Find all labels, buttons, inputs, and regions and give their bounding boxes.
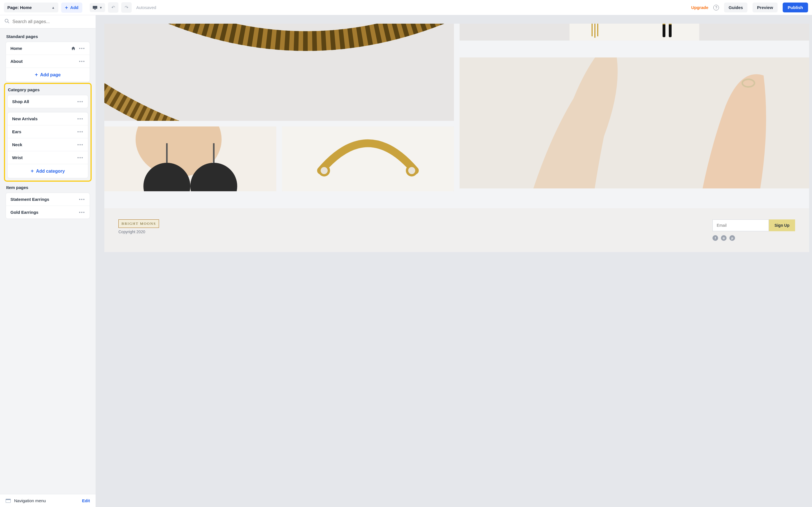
search-input[interactable]	[12, 19, 91, 24]
more-icon[interactable]: •••	[77, 116, 84, 121]
svg-point-2	[5, 19, 8, 22]
redo-icon: ↷	[124, 5, 128, 10]
svg-point-15	[319, 166, 329, 175]
home-icon	[71, 46, 75, 51]
category-row-label: New Arrivals	[12, 116, 38, 121]
category-row-neck[interactable]: Neck •••	[8, 138, 88, 151]
svg-rect-18	[663, 24, 665, 37]
plus-icon: +	[65, 5, 68, 10]
product-image-hands-bracelet	[460, 57, 809, 188]
more-icon[interactable]: •••	[79, 210, 85, 215]
add-page-label: Add page	[40, 72, 61, 77]
upgrade-link[interactable]: Upgrade	[691, 5, 708, 10]
product-image-necklace-chain	[104, 24, 454, 121]
more-icon[interactable]: •••	[77, 99, 84, 104]
copyright-text: Copyright 2020	[118, 230, 159, 234]
search-icon	[4, 18, 10, 25]
category-card-shopall: Shop All •••	[7, 95, 88, 108]
email-field[interactable]	[712, 219, 769, 231]
more-icon[interactable]: •••	[77, 129, 84, 134]
category-row-label: Ears	[12, 129, 21, 134]
category-row-label: Shop All	[12, 99, 29, 104]
item-row-gold-earrings[interactable]: Gold Earrings •••	[6, 206, 90, 219]
category-row-new-arrivals[interactable]: New Arrivals •••	[8, 112, 88, 125]
item-row-label: Statement Earrings	[10, 197, 49, 202]
question-icon: ?	[715, 6, 717, 10]
category-highlight: Category pages Shop All ••• New Arrivals…	[4, 83, 92, 182]
section-standard-title: Standard pages	[6, 34, 90, 39]
add-category-button[interactable]: + Add category	[8, 164, 88, 178]
page-row-home[interactable]: Home •••	[6, 42, 90, 55]
section-category-title: Category pages	[8, 87, 88, 92]
subscribe-form: Sign Up	[712, 219, 795, 231]
facebook-icon[interactable]: f	[712, 235, 718, 241]
site-preview: BRIGHT MOONS Copyright 2020 Sign Up f ◎	[104, 24, 809, 252]
edit-nav-button[interactable]: Edit	[82, 498, 90, 503]
add-page-button[interactable]: + Add page	[6, 68, 90, 82]
svg-rect-1	[94, 9, 96, 10]
caret-up-icon: ▲	[52, 6, 55, 10]
undo-button[interactable]: ↶	[108, 2, 118, 13]
pinterest-icon[interactable]: p	[729, 235, 735, 241]
canvas-area[interactable]: BRIGHT MOONS Copyright 2020 Sign Up f ◎	[96, 15, 812, 507]
more-icon[interactable]: •••	[79, 59, 85, 64]
category-row-label: Wrist	[12, 155, 22, 160]
pages-sidebar: Standard pages Home ••• About •••	[0, 15, 96, 507]
topbar: Page: Home ▲ + Add ▼ ↶ ↷ Autosaved Upgra…	[0, 0, 812, 15]
social-icons: f ◎ p	[712, 235, 795, 241]
plus-icon: +	[31, 168, 34, 174]
standard-pages-card: Home ••• About ••• + Add page	[6, 42, 90, 82]
product-image-bangle	[282, 126, 454, 191]
svg-line-3	[8, 22, 9, 23]
add-button-label: Add	[70, 5, 79, 10]
page-selector-label: Page: Home	[7, 5, 32, 10]
item-pages-card: Statement Earrings ••• Gold Earrings •••	[6, 193, 90, 219]
item-row-label: Gold Earrings	[10, 210, 38, 215]
svg-rect-19	[669, 24, 672, 37]
site-logo: BRIGHT MOONS	[118, 219, 159, 228]
page-selector[interactable]: Page: Home ▲	[4, 3, 58, 12]
plus-icon: +	[35, 72, 38, 78]
signup-button[interactable]: Sign Up	[769, 219, 795, 231]
svg-rect-14	[282, 126, 454, 191]
svg-rect-7	[151, 126, 165, 163]
product-image-top-earrings	[460, 24, 809, 41]
page-row-label: About	[10, 59, 22, 64]
add-category-label: Add category	[36, 169, 65, 174]
page-row-about[interactable]: About •••	[6, 55, 90, 68]
preview-button[interactable]: Preview	[753, 3, 777, 12]
navigation-menu-row[interactable]: Navigation menu Edit	[0, 494, 96, 507]
category-pages-card: New Arrivals ••• Ears ••• Neck ••• Wri	[7, 112, 88, 178]
product-image-earrings	[104, 126, 276, 191]
redo-button[interactable]: ↷	[121, 2, 132, 13]
more-icon[interactable]: •••	[79, 46, 85, 51]
item-row-statement-earrings[interactable]: Statement Earrings •••	[6, 193, 90, 206]
category-row-wrist[interactable]: Wrist •••	[8, 151, 88, 164]
add-button[interactable]: + Add	[61, 3, 83, 13]
search-row	[0, 15, 96, 29]
navigation-menu-label: Navigation menu	[14, 498, 46, 503]
guides-button[interactable]: Guides	[724, 3, 748, 12]
site-footer: BRIGHT MOONS Copyright 2020 Sign Up f ◎	[104, 208, 809, 252]
chevron-down-icon: ▼	[99, 6, 102, 9]
help-button[interactable]: ?	[713, 5, 719, 10]
publish-button[interactable]: Publish	[783, 3, 808, 12]
page-row-label: Home	[10, 46, 22, 51]
section-item-title: Item pages	[6, 185, 90, 190]
category-row-ears[interactable]: Ears •••	[8, 125, 88, 138]
more-icon[interactable]: •••	[77, 142, 84, 147]
autosaved-label: Autosaved	[136, 5, 156, 10]
svg-rect-17	[569, 24, 699, 41]
undo-icon: ↶	[111, 5, 115, 10]
svg-rect-0	[93, 6, 97, 9]
more-icon[interactable]: •••	[79, 197, 85, 202]
svg-point-16	[407, 166, 416, 175]
device-selector[interactable]: ▼	[90, 3, 105, 12]
instagram-icon[interactable]: ◎	[721, 235, 726, 241]
layout-icon	[6, 499, 11, 503]
category-row-shop-all[interactable]: Shop All •••	[8, 95, 88, 108]
category-row-label: Neck	[12, 142, 22, 147]
desktop-icon	[93, 6, 98, 10]
more-icon[interactable]: •••	[77, 155, 84, 160]
